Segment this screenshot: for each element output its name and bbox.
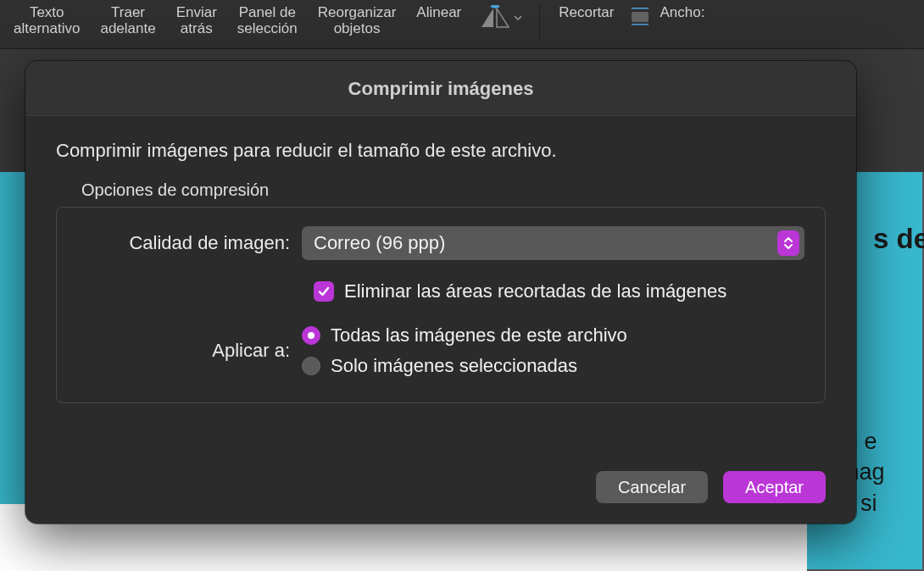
label: Ancho:	[660, 5, 704, 21]
label: selección	[237, 21, 298, 37]
image-quality-row: Calidad de imagen: Correo (96 ppp)	[77, 226, 804, 260]
delete-cropped-label: Eliminar las áreas recortadas de las imá…	[344, 280, 726, 302]
rotate-flip-button[interactable]	[471, 5, 531, 30]
accept-button[interactable]: Aceptar	[723, 471, 826, 503]
compression-options-group: Calidad de imagen: Correo (96 ppp)	[56, 207, 826, 403]
svg-rect-2	[632, 12, 648, 22]
dialog-buttons: Cancelar Aceptar	[25, 471, 856, 524]
label: Texto	[14, 5, 80, 21]
label: alternativo	[14, 21, 80, 37]
compress-images-dialog: Comprimir imágenes Comprimir imágenes pa…	[25, 61, 856, 524]
image-quality-label: Calidad de imagen:	[77, 232, 302, 254]
stepper-icon	[777, 230, 799, 256]
alt-text-button[interactable]: Texto alternativo	[3, 5, 90, 36]
apply-to-row: Aplicar a: Todas las imágenes de este ar…	[77, 324, 804, 377]
label: objetos	[318, 21, 397, 37]
radio-all-images[interactable]	[302, 326, 320, 345]
radio-selected-images[interactable]	[302, 357, 320, 375]
ribbon-toolbar: Texto alternativo Traer adelante Enviar …	[0, 0, 924, 49]
image-quality-select[interactable]: Correo (96 ppp)	[302, 226, 804, 260]
label: Panel de	[237, 5, 298, 21]
slide-title-fragment: s de	[873, 223, 924, 255]
svg-rect-4	[632, 24, 648, 25]
send-backward-button[interactable]: Enviar atrás	[166, 5, 227, 36]
label: adelante	[100, 21, 155, 37]
reorganize-objects-button[interactable]: Reorganizar objetos	[308, 5, 407, 36]
svg-marker-1	[497, 8, 509, 27]
bring-forward-button[interactable]: Traer adelante	[90, 5, 165, 36]
height-icon	[624, 5, 656, 27]
label: Enviar	[176, 5, 217, 21]
crop-button[interactable]: Recortar	[548, 5, 624, 21]
apply-to-label: Aplicar a:	[77, 340, 302, 362]
cancel-button[interactable]: Cancelar	[596, 471, 708, 503]
selection-pane-button[interactable]: Panel de selección	[227, 5, 308, 36]
svg-rect-3	[632, 8, 648, 9]
align-button[interactable]: Alinear	[406, 5, 471, 21]
label: atrás	[176, 21, 217, 37]
dialog-title: Comprimir imágenes	[25, 61, 856, 116]
select-value: Correo (96 ppp)	[314, 232, 445, 254]
check-icon	[317, 285, 331, 298]
dialog-body: Comprimir imágenes para reducir el tamañ…	[25, 116, 856, 471]
text: s de	[873, 223, 924, 255]
radio-selected-images-label: Solo imágenes seleccionadas	[331, 355, 577, 377]
width-label: Ancho:	[656, 5, 715, 21]
label: Traer	[100, 5, 155, 21]
radio-all-images-row: Todas las imágenes de este archivo	[302, 324, 804, 346]
divider	[539, 5, 540, 39]
svg-marker-0	[481, 8, 493, 27]
radio-all-images-label: Todas las imágenes de este archivo	[331, 324, 627, 346]
label: Reorganizar	[318, 5, 397, 21]
radio-selected-images-row: Solo imágenes seleccionadas	[302, 355, 804, 377]
compression-options-label: Opciones de compresión	[81, 180, 826, 200]
apply-to-radio-group: Todas las imágenes de este archivo Solo …	[302, 324, 804, 377]
label: Recortar	[559, 5, 614, 21]
delete-cropped-checkbox[interactable]	[314, 281, 334, 302]
chevron-down-icon	[514, 14, 522, 22]
delete-cropped-areas-row: Eliminar las áreas recortadas de las imá…	[314, 280, 804, 302]
dialog-description: Comprimir imágenes para reducir el tamañ…	[56, 140, 826, 162]
label: Alinear	[416, 5, 461, 21]
